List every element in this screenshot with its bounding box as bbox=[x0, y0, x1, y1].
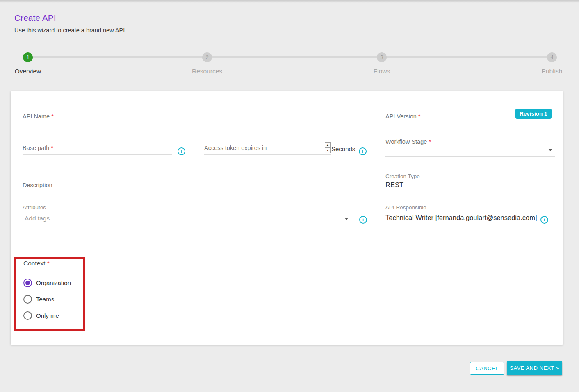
spinner-up-icon[interactable]: ▲ bbox=[325, 142, 331, 148]
chevron-down-icon[interactable] bbox=[344, 218, 349, 220]
creation-type-divider bbox=[385, 192, 555, 192]
step-overview[interactable]: 1 Overview bbox=[0, 52, 61, 75]
step-1-label: Overview bbox=[0, 68, 61, 75]
workflow-stage-select[interactable] bbox=[385, 143, 555, 157]
number-spinner: ▲ ▼ bbox=[325, 142, 331, 154]
save-and-next-button[interactable]: SAVE AND NEXT » bbox=[507, 361, 562, 375]
radio-only-me-label: Only me bbox=[36, 312, 59, 319]
base-path-info-icon[interactable]: i bbox=[178, 147, 185, 155]
page-title: Create API bbox=[14, 13, 56, 23]
description-input[interactable] bbox=[23, 179, 371, 193]
base-path-input[interactable] bbox=[23, 141, 172, 155]
access-token-input[interactable] bbox=[204, 141, 331, 155]
api-responsible-label: API Responsible bbox=[385, 204, 426, 211]
api-responsible-underline bbox=[385, 226, 535, 226]
access-token-field: Access token expires in bbox=[204, 141, 331, 155]
radio-unselected-icon bbox=[23, 311, 32, 320]
spinner-down-icon[interactable]: ▼ bbox=[325, 147, 331, 153]
radio-teams-label: Teams bbox=[36, 296, 54, 303]
attributes-info-icon[interactable]: i bbox=[359, 216, 367, 224]
seconds-suffix: Seconds bbox=[331, 145, 355, 152]
api-name-field: API Name * bbox=[23, 110, 371, 123]
base-path-field: Base path * bbox=[23, 141, 172, 155]
api-name-input[interactable] bbox=[23, 110, 371, 124]
form-card: API Name * API Version * Revision 1 Base… bbox=[11, 91, 563, 345]
step-resources[interactable]: 2 Resources bbox=[174, 52, 240, 75]
description-field: Description bbox=[23, 179, 371, 192]
required-asterisk: * bbox=[47, 260, 50, 267]
cancel-button[interactable]: CANCEL bbox=[470, 362, 504, 375]
attributes-field bbox=[23, 212, 352, 225]
page-subtitle: Use this wizard to create a brand new AP… bbox=[14, 27, 125, 34]
step-publish[interactable]: 4 Publish bbox=[519, 52, 579, 75]
radio-organization[interactable]: Organization bbox=[23, 279, 81, 288]
step-flows[interactable]: 3 Flows bbox=[349, 52, 415, 75]
api-responsible-info-icon[interactable]: i bbox=[540, 216, 548, 224]
stepper-track bbox=[28, 56, 552, 58]
creation-type-value: REST bbox=[385, 181, 403, 189]
step-3-circle: 3 bbox=[377, 52, 387, 62]
step-4-circle: 4 bbox=[547, 52, 557, 62]
radio-organization-label: Organization bbox=[36, 279, 71, 286]
attributes-label: Attributes bbox=[23, 204, 46, 211]
api-responsible-value: Technical Writer [fernanda.goulart@sense… bbox=[385, 214, 537, 222]
context-label: Context * bbox=[23, 260, 50, 267]
radio-teams[interactable]: Teams bbox=[23, 295, 81, 304]
top-shadow bbox=[0, 0, 579, 3]
radio-selected-icon bbox=[23, 279, 32, 287]
attributes-tags-input[interactable] bbox=[23, 212, 354, 226]
revision-badge[interactable]: Revision 1 bbox=[515, 109, 552, 119]
step-3-label: Flows bbox=[349, 68, 415, 75]
access-token-info-icon[interactable]: i bbox=[359, 147, 367, 155]
step-2-label: Resources bbox=[174, 68, 240, 75]
creation-type-label: Creation Type bbox=[385, 173, 420, 179]
api-version-input[interactable] bbox=[385, 110, 508, 124]
radio-only-me[interactable]: Only me bbox=[23, 311, 81, 320]
step-2-circle: 2 bbox=[202, 52, 212, 62]
chevron-down-icon[interactable] bbox=[548, 149, 552, 151]
create-api-wizard-page: Create API Use this wizard to create a b… bbox=[0, 0, 579, 392]
radio-unselected-icon bbox=[23, 295, 32, 304]
workflow-stage-field: Workflow Stage * bbox=[385, 143, 555, 157]
api-version-field: API Version * bbox=[385, 110, 508, 123]
step-4-label: Publish bbox=[519, 68, 579, 75]
step-1-circle: 1 bbox=[23, 52, 33, 62]
